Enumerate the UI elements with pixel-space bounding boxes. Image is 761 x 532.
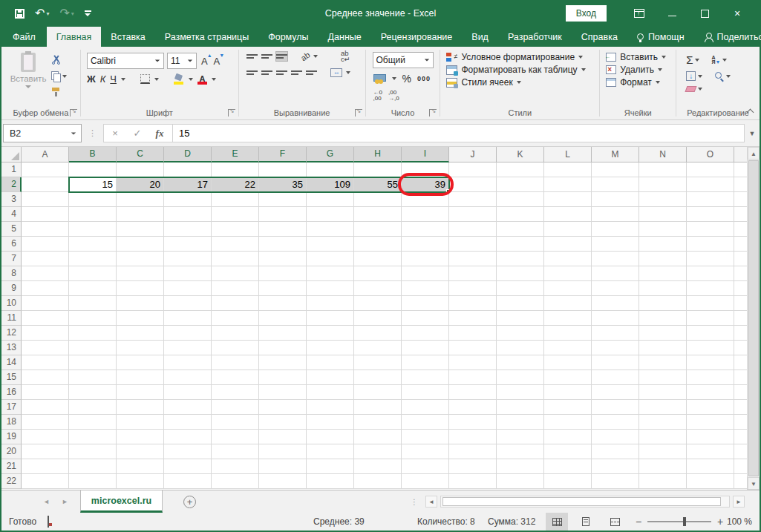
align-right-button[interactable] [276, 68, 287, 77]
row-header-8[interactable]: 8 [1, 266, 22, 281]
row-header-9[interactable]: 9 [1, 281, 22, 296]
cell-D8[interactable] [164, 266, 212, 281]
tab-справка[interactable]: Справка [572, 27, 627, 47]
orientation-icon[interactable]: ab [298, 50, 311, 63]
cell-I4[interactable] [402, 207, 449, 222]
column-header-G[interactable]: G [307, 147, 354, 162]
cell-H8[interactable] [354, 266, 402, 281]
cell-I2[interactable]: 39 [402, 177, 449, 192]
row-header-20[interactable]: 20 [1, 444, 22, 459]
cell-H9[interactable] [354, 281, 402, 296]
column-header-H[interactable]: H [354, 147, 402, 162]
align-top-button[interactable] [246, 52, 258, 61]
cell-H6[interactable] [354, 237, 402, 252]
conditional-formatting-button[interactable]: Условное форматирование [446, 52, 599, 62]
cell-D13[interactable] [164, 341, 212, 355]
enter-icon[interactable]: ✓ [126, 128, 148, 139]
cancel-icon[interactable]: × [104, 128, 126, 139]
tab-формулы[interactable]: Формулы [258, 27, 318, 47]
cell-E14[interactable] [212, 355, 259, 370]
cell-L21[interactable] [544, 459, 592, 474]
cell-I11[interactable] [402, 311, 449, 326]
cell-M12[interactable] [592, 326, 639, 341]
cell-H14[interactable] [354, 355, 402, 370]
cell-F2[interactable]: 35 [259, 177, 307, 192]
cell-F1[interactable] [259, 162, 307, 177]
cell-N8[interactable] [639, 266, 687, 281]
cell-C4[interactable] [117, 207, 164, 222]
cell-O21[interactable] [687, 459, 734, 474]
align-center-button[interactable] [261, 68, 272, 77]
cell-H3[interactable] [354, 192, 402, 207]
cell-K18[interactable] [497, 415, 544, 430]
new-sheet-icon[interactable]: + [183, 496, 196, 508]
cell-O5[interactable] [687, 222, 734, 237]
cell-A13[interactable] [22, 341, 69, 355]
formula-input[interactable]: × ✓ fx 15 [103, 124, 745, 142]
cell-F20[interactable] [259, 444, 307, 459]
cell-G16[interactable] [307, 385, 354, 400]
cell-N17[interactable] [639, 400, 687, 415]
cell-E10[interactable] [212, 296, 259, 311]
cell-O22[interactable] [687, 474, 734, 489]
cell-I22[interactable] [402, 474, 449, 489]
macro-record-icon[interactable] [48, 513, 49, 531]
cell-I18[interactable] [402, 415, 449, 430]
cell-M16[interactable] [592, 385, 639, 400]
collapse-ribbon-icon[interactable] [747, 108, 754, 115]
format-as-table-button[interactable]: Форматировать как таблицу [446, 65, 599, 75]
row-header-11[interactable]: 11 [1, 311, 22, 326]
cell-F10[interactable] [259, 296, 307, 311]
cell-J5[interactable] [449, 222, 497, 237]
tab-разработчик[interactable]: Разработчик [498, 27, 572, 47]
cell-M19[interactable] [592, 430, 639, 444]
cell-C19[interactable] [117, 430, 164, 444]
cell-D20[interactable] [164, 444, 212, 459]
cell-G1[interactable] [307, 162, 354, 177]
cell-E17[interactable] [212, 400, 259, 415]
status-average[interactable]: Среднее: 39 [313, 513, 365, 531]
cell-K19[interactable] [497, 430, 544, 444]
cell-C10[interactable] [117, 296, 164, 311]
name-box[interactable]: B2 [3, 124, 82, 142]
row-header-3[interactable]: 3 [1, 192, 22, 207]
paste-button[interactable]: Вставить [9, 53, 48, 88]
cell-E11[interactable] [212, 311, 259, 326]
column-header-N[interactable]: N [639, 147, 687, 162]
cell-O20[interactable] [687, 444, 734, 459]
cell-O9[interactable] [687, 281, 734, 296]
cell-N2[interactable] [639, 177, 687, 192]
cell-A16[interactable] [22, 385, 69, 400]
cell-J14[interactable] [449, 355, 497, 370]
cell-J12[interactable] [449, 326, 497, 341]
cell-H4[interactable] [354, 207, 402, 222]
cell-E22[interactable] [212, 474, 259, 489]
cell-F6[interactable] [259, 237, 307, 252]
cell-L10[interactable] [544, 296, 592, 311]
cell-L15[interactable] [544, 370, 592, 385]
cell-I5[interactable] [402, 222, 449, 237]
decrease-decimal-icon[interactable]: ,00→,0 [388, 90, 399, 102]
autosum-button[interactable]: Σ [684, 53, 702, 67]
cell-O4[interactable] [687, 207, 734, 222]
column-header-I[interactable]: I [402, 147, 449, 162]
cell-B18[interactable] [69, 415, 117, 430]
formula-bar-splitter[interactable]: ⋮ [88, 128, 97, 138]
cell-O19[interactable] [687, 430, 734, 444]
cell-O12[interactable] [687, 326, 734, 341]
cell-I14[interactable] [402, 355, 449, 370]
cell-M2[interactable] [592, 177, 639, 192]
align-bottom-button[interactable] [276, 52, 287, 61]
column-header-D[interactable]: D [164, 147, 212, 162]
cell-J22[interactable] [449, 474, 497, 489]
cell-F4[interactable] [259, 207, 307, 222]
cell-E20[interactable] [212, 444, 259, 459]
cell-J2[interactable] [449, 177, 497, 192]
cell-M6[interactable] [592, 237, 639, 252]
row-header-12[interactable]: 12 [1, 326, 22, 341]
cell-D6[interactable] [164, 237, 212, 252]
cell-J11[interactable] [449, 311, 497, 326]
save-icon[interactable] [15, 9, 25, 19]
cell-F7[interactable] [259, 252, 307, 266]
cell-J21[interactable] [449, 459, 497, 474]
